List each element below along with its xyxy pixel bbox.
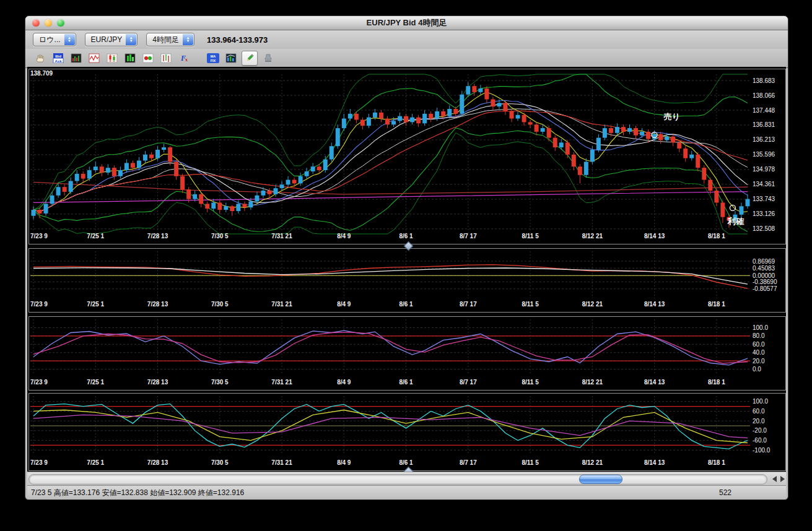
svg-text:8/11 5: 8/11 5 xyxy=(522,379,539,386)
svg-text:138.683: 138.683 xyxy=(753,77,775,84)
timeframe-dropdown[interactable]: 4時間足 ▲▼ xyxy=(146,33,194,46)
stamp-tool-button[interactable] xyxy=(261,51,276,65)
grid-chart-button[interactable] xyxy=(69,51,84,65)
svg-text:8/18 1: 8/18 1 xyxy=(708,379,725,386)
desktop: EUR/JPY Bid 4時間足 ロウ... ▲▼ EUR/JPY ▲▼ 4時間… xyxy=(0,0,812,531)
svg-text:7/23 9: 7/23 9 xyxy=(30,233,48,240)
scrollbar-track[interactable] xyxy=(28,474,767,485)
matrix-button[interactable]: MA FIX xyxy=(206,51,220,65)
chart-area: 売り利確138.709138.683138.066137.448136.8311… xyxy=(27,67,786,472)
icon-toolbar: Bid Ask xyxy=(25,49,788,68)
chevron-updown-icon: ▲▼ xyxy=(126,34,136,45)
minimize-button[interactable] xyxy=(45,19,52,27)
svg-text:8/14 13: 8/14 13 xyxy=(644,301,665,308)
red-green-dots-button[interactable] xyxy=(141,51,155,65)
svg-text:133.126: 133.126 xyxy=(753,210,775,217)
price-chart[interactable]: 売り利確138.709138.683138.066137.448136.8311… xyxy=(29,69,784,243)
svg-text:8/6 1: 8/6 1 xyxy=(399,233,413,240)
scrollbar-thumb[interactable] xyxy=(579,475,622,484)
svg-text:8/4 9: 8/4 9 xyxy=(337,379,351,386)
status-bar: 7/23 5 高値=133.176 安値=132.838 始値=132.909 … xyxy=(27,485,786,499)
svg-text:8/7 17: 8/7 17 xyxy=(460,379,477,386)
symbol-dropdown[interactable]: EUR/JPY ▲▼ xyxy=(85,33,138,46)
stochastics-chart[interactable]: 100.080.060.040.020.00.07/23 97/25 17/28… xyxy=(29,317,784,389)
svg-text:7/30 5: 7/30 5 xyxy=(211,459,229,466)
svg-text:60.0: 60.0 xyxy=(753,341,765,348)
svg-text:7/31 21: 7/31 21 xyxy=(271,233,292,240)
title-bar[interactable]: EUR/JPY Bid 4時間足 xyxy=(25,16,788,30)
svg-text:7/31 21: 7/31 21 xyxy=(271,459,292,466)
svg-text:8/6 1: 8/6 1 xyxy=(399,379,413,386)
wave-chart-icon xyxy=(89,53,100,63)
svg-text:8/14 13: 8/14 13 xyxy=(644,379,665,386)
draw-pencil-button[interactable] xyxy=(242,51,258,66)
compare-charts-button[interactable] xyxy=(224,51,238,65)
svg-text:8/11 5: 8/11 5 xyxy=(522,459,539,466)
zoom-button[interactable] xyxy=(57,19,64,27)
oscillator-indicator-panel[interactable]: 100.060.020.0-20.0-60.0-100.07/23 97/25 … xyxy=(28,393,786,471)
svg-text:7/30 5: 7/30 5 xyxy=(211,301,229,308)
svg-text:8/12 21: 8/12 21 xyxy=(582,301,603,308)
stamp-icon xyxy=(263,53,274,63)
svg-text:134.361: 134.361 xyxy=(753,181,775,188)
svg-text:8/4 9: 8/4 9 xyxy=(337,233,351,240)
svg-text:-20.0: -20.0 xyxy=(753,427,767,434)
green-bars-button[interactable] xyxy=(123,51,138,65)
bid-ask-toggle-button[interactable]: Bid Ask xyxy=(51,51,66,65)
horizontal-scrollbar-row xyxy=(27,472,786,486)
svg-text:x: x xyxy=(185,57,188,63)
svg-text:8/11 5: 8/11 5 xyxy=(522,233,539,240)
candle-chart-icon xyxy=(107,53,118,63)
svg-text:7/28 13: 7/28 13 xyxy=(147,233,168,240)
svg-text:8/11 5: 8/11 5 xyxy=(522,301,539,308)
ohlc-bars-button[interactable] xyxy=(159,51,173,65)
scroll-left-arrow-icon[interactable] xyxy=(772,476,777,482)
svg-text:-60.0: -60.0 xyxy=(753,437,767,444)
oscillator-chart[interactable]: 100.060.020.0-20.0-60.0-100.07/23 97/25 … xyxy=(29,394,784,469)
svg-text:7/31 21: 7/31 21 xyxy=(271,379,292,386)
grid-chart-icon xyxy=(71,53,82,63)
bid-ask-icon: Bid Ask xyxy=(53,53,64,63)
wave-chart-button[interactable] xyxy=(87,51,102,65)
price-chart-panel[interactable]: 売り利確138.709138.683138.066137.448136.8311… xyxy=(28,69,786,244)
chevron-updown-icon: ▲▼ xyxy=(183,34,193,45)
svg-text:売り: 売り xyxy=(663,112,680,121)
svg-text:8/7 17: 8/7 17 xyxy=(460,233,477,240)
svg-text:7/30 5: 7/30 5 xyxy=(211,233,229,240)
svg-text:8/4 9: 8/4 9 xyxy=(337,301,351,308)
svg-text:7/23 9: 7/23 9 xyxy=(30,301,48,308)
svg-text:8/18 1: 8/18 1 xyxy=(708,233,725,240)
scrollbar-arrows xyxy=(772,476,785,482)
macd-chart[interactable]: 0.869690.450830.00000-0.38690-0.805777/2… xyxy=(29,249,784,311)
svg-text:7/28 13: 7/28 13 xyxy=(147,379,168,386)
svg-text:137.448: 137.448 xyxy=(753,107,775,114)
macd-indicator-panel[interactable]: 0.869690.450830.00000-0.38690-0.805777/2… xyxy=(28,248,786,313)
svg-text:80.0: 80.0 xyxy=(753,332,765,339)
scroll-right-arrow-icon[interactable] xyxy=(780,476,785,482)
close-button[interactable] xyxy=(32,19,40,27)
hand-icon xyxy=(35,53,46,63)
svg-text:136.213: 136.213 xyxy=(753,136,775,143)
svg-text:-0.80577: -0.80577 xyxy=(753,285,777,292)
stochastics-indicator-panel[interactable]: 100.080.060.040.020.00.07/23 97/25 17/28… xyxy=(28,316,786,391)
svg-text:136.831: 136.831 xyxy=(753,121,775,128)
ohlc-bars-icon xyxy=(160,53,172,63)
svg-text:8/14 13: 8/14 13 xyxy=(644,459,665,466)
svg-text:7/25 1: 7/25 1 xyxy=(87,379,104,386)
candle-chart-button[interactable] xyxy=(105,51,120,65)
svg-text:0.0: 0.0 xyxy=(753,366,761,373)
green-bars-icon xyxy=(124,53,136,63)
svg-text:Ask: Ask xyxy=(55,59,62,63)
chart-type-dropdown[interactable]: ロウ... ▲▼ xyxy=(33,33,76,46)
chart-window: EUR/JPY Bid 4時間足 ロウ... ▲▼ EUR/JPY ▲▼ 4時間… xyxy=(25,15,788,500)
svg-text:8/6 1: 8/6 1 xyxy=(399,301,413,308)
fx-tool-button[interactable]: F x xyxy=(177,51,191,65)
svg-text:8/14 13: 8/14 13 xyxy=(644,233,665,240)
svg-text:7/28 13: 7/28 13 xyxy=(147,459,168,466)
svg-text:7/25 1: 7/25 1 xyxy=(87,301,104,308)
svg-text:0.86969: 0.86969 xyxy=(753,258,775,265)
svg-text:132.508: 132.508 xyxy=(753,225,775,232)
hand-tool-button[interactable] xyxy=(33,51,48,65)
red-green-dots-icon xyxy=(142,53,154,63)
matrix-icon: MA FIX xyxy=(207,53,219,63)
